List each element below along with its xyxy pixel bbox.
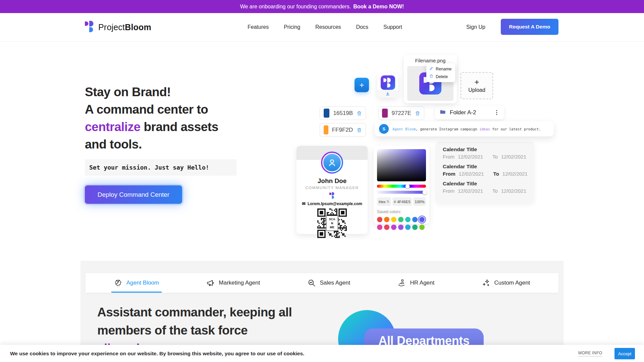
nav-link-resources[interactable]: Resources	[315, 24, 341, 30]
sparkles-icon	[482, 279, 491, 287]
promo-banner: We are onboarding our founding commander…	[0, 0, 644, 13]
request-demo-button[interactable]: Request A Demo	[501, 19, 558, 35]
deploy-command-center-button[interactable]: Deploy Command Center	[85, 185, 182, 204]
calendar-entry: Calendar Title From12/02/2021 To12/02/20…	[443, 164, 527, 177]
folder-card[interactable]: Folder A-2 ⋮	[435, 106, 504, 119]
cookie-message: We use cookies to improve your experienc…	[10, 351, 304, 357]
saved-colors-label: Saved colors:	[377, 209, 426, 214]
agents-heading-line2: members of the task force	[97, 321, 292, 340]
saved-color[interactable]	[391, 217, 396, 222]
nav-link-features[interactable]: Features	[248, 24, 269, 30]
saved-color[interactable]	[412, 217, 418, 222]
tab-label: Custom Agent	[494, 280, 530, 286]
qr-scan-me-label: SCA N ME	[326, 216, 338, 231]
swatch-card-16519B: 16519B	[320, 106, 366, 120]
profile-role: COMMUNITY MANAGER	[297, 186, 368, 190]
calendar-entry: Calendar Title From12/02/2021 To12/02/20…	[443, 181, 527, 194]
saved-color[interactable]	[391, 225, 396, 230]
logo-asset-tile[interactable]	[377, 73, 398, 98]
updown-icon: ⇅	[387, 200, 389, 203]
hero-heading-line2: A command center to	[85, 101, 218, 118]
sales-magnifier-icon	[307, 279, 316, 287]
hero-heading-line4: and tools.	[85, 136, 218, 153]
projectbloom-landing-page: We are onboarding our founding commander…	[0, 0, 644, 362]
filename-label: Filename.png	[404, 58, 457, 63]
mission-terminal[interactable]: Set your mission. Just say Hello!	[85, 159, 236, 176]
download-asset-button[interactable]	[377, 90, 398, 98]
calendar-entry: Calendar Title From12/02/2021 To12/02/20…	[443, 146, 527, 160]
rename-menu-item[interactable]: Rename	[426, 65, 455, 73]
chat-avatar: S	[379, 124, 389, 134]
saved-color[interactable]	[384, 225, 389, 230]
accept-cookies-button[interactable]: Accept	[614, 348, 635, 359]
saved-color[interactable]	[412, 225, 418, 230]
brand-logo[interactable]: ProjectBloom	[85, 21, 151, 34]
hero-heading: Stay on Brand! A command center to centr…	[85, 83, 218, 153]
rename-label: Rename	[436, 67, 451, 71]
sign-up-link[interactable]: Sign Up	[466, 24, 485, 30]
swatch-color-chip	[324, 109, 329, 118]
swatch-color-chip	[324, 125, 328, 134]
saved-color[interactable]	[405, 217, 411, 222]
nav-link-docs[interactable]: Docs	[356, 24, 368, 30]
bloom-mark-tile	[381, 75, 395, 90]
delete-swatch-button[interactable]	[415, 111, 420, 116]
projectbloom-logo-icon	[85, 21, 95, 34]
tab-label: Sales Agent	[320, 280, 350, 286]
book-demo-link[interactable]: Book a Demo NOW!	[353, 4, 404, 10]
delete-swatch-button[interactable]	[357, 111, 362, 116]
upload-plus-icon: +	[474, 78, 479, 86]
calendar-title: Calendar Title	[443, 164, 527, 170]
kebab-menu-icon[interactable]: ⋮	[494, 109, 499, 116]
saved-color[interactable]	[377, 225, 382, 230]
pencil-icon	[429, 66, 433, 71]
chat-message: Agent Bloom, generate Instagram campaign…	[392, 127, 541, 131]
download-icon	[385, 92, 390, 98]
opacity-slider[interactable]	[377, 191, 426, 194]
profile-name: John Doe	[297, 177, 368, 185]
calendar-card: Calendar Title From12/02/2021 To12/02/20…	[435, 141, 534, 203]
saved-color[interactable]	[384, 217, 389, 222]
agent-tabs: Agent Bloom Marketing Agent Sales Agent …	[86, 273, 558, 293]
profile-email-row: ✉ Lorem.Ipsum@example.com	[297, 201, 368, 206]
hex-value-field[interactable]: # 4F46E5	[392, 197, 412, 206]
delete-label: Delete	[436, 74, 448, 79]
saved-color[interactable]	[419, 225, 425, 230]
tab-agent-bloom[interactable]: Agent Bloom	[114, 273, 159, 293]
saved-color[interactable]	[398, 217, 404, 222]
agents-heading-line1: Assistant commander, keeping all	[97, 303, 292, 321]
folder-icon	[440, 109, 446, 116]
agent-chat-bubble: S Agent Bloom, generate Instagram campai…	[375, 121, 554, 136]
opacity-field[interactable]: 100%	[413, 197, 426, 206]
projectbloom-mini-logo-icon	[297, 192, 368, 199]
saved-color[interactable]	[398, 225, 404, 230]
delete-menu-item[interactable]: Delete	[426, 73, 455, 80]
person-icon	[322, 153, 342, 172]
saturation-area[interactable]	[377, 149, 426, 181]
swatch-hex-label: 16519B	[333, 110, 353, 117]
avatar	[321, 152, 343, 174]
add-asset-button[interactable]: +	[355, 78, 369, 92]
delete-swatch-button[interactable]	[357, 127, 362, 133]
upload-label: Upload	[468, 87, 485, 93]
opacity-knob[interactable]	[422, 190, 427, 194]
more-info-link[interactable]: MORE INFO	[578, 351, 602, 357]
calendar-title: Calendar Title	[443, 146, 527, 153]
saved-color[interactable]	[377, 217, 382, 222]
saved-color[interactable]	[405, 225, 411, 230]
ai-head-icon	[114, 279, 123, 287]
color-mode-select[interactable]: Hex⇅	[377, 197, 391, 206]
picker-controls: Hex⇅ # 4F46E5 100%	[377, 197, 426, 206]
tab-marketing-agent[interactable]: Marketing Agent	[206, 273, 260, 293]
nav-link-pricing[interactable]: Pricing	[284, 24, 300, 30]
nav-link-support[interactable]: Support	[383, 24, 402, 30]
tab-custom-agent[interactable]: Custom Agent	[482, 273, 530, 293]
tab-sales-agent[interactable]: Sales Agent	[307, 273, 350, 293]
saved-color-selected[interactable]	[419, 217, 425, 222]
tab-label: Agent Bloom	[126, 280, 159, 286]
hue-knob[interactable]	[405, 184, 410, 188]
hue-slider[interactable]	[377, 185, 426, 188]
tab-hr-agent[interactable]: HR Agent	[397, 273, 434, 293]
folder-label: Folder A-2	[450, 109, 476, 116]
upload-dropzone[interactable]: + Upload	[461, 72, 493, 99]
